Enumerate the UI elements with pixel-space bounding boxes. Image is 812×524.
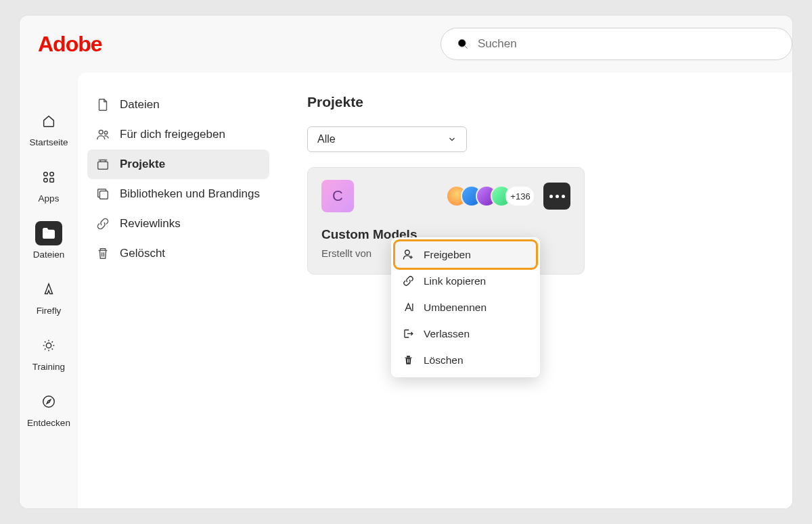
link-icon [402, 275, 415, 287]
rail-item-files[interactable]: Dateien [33, 221, 65, 260]
rail-label: Entdecken [27, 418, 70, 428]
svg-rect-5 [50, 178, 54, 183]
exit-icon [402, 327, 415, 340]
avatar-stack: +136 [446, 185, 535, 207]
menu-label: Verlassen [424, 328, 470, 340]
user-plus-icon [402, 248, 415, 261]
panel-label: Projekte [120, 158, 165, 171]
context-menu: Freigeben Link kopieren Umbenennen Verla… [391, 237, 540, 377]
svg-point-25 [405, 250, 410, 255]
lightbulb-icon [41, 338, 56, 353]
rename-icon [402, 301, 415, 314]
people-icon [95, 127, 110, 142]
rail-label: Dateien [33, 249, 65, 260]
app-frame: Adobe Suchen Startseite Apps Dateien [20, 16, 792, 508]
menu-label: Umbenennen [424, 302, 487, 314]
body: Startseite Apps Dateien Firefly Training… [20, 72, 792, 508]
menu-label: Freigeben [424, 249, 471, 261]
panel-label: Reviewlinks [120, 217, 181, 231]
filter-label: Alle [317, 133, 336, 145]
rail-item-discover[interactable]: Entdecken [27, 389, 70, 428]
menu-item-copy-link[interactable]: Link kopieren [395, 268, 536, 294]
left-rail: Startseite Apps Dateien Firefly Training… [20, 72, 78, 508]
svg-rect-22 [99, 191, 108, 199]
page-title: Projekte [307, 94, 764, 110]
home-icon [41, 114, 56, 128]
libraries-icon [95, 187, 110, 201]
search-container: Suchen [441, 28, 792, 60]
svg-rect-19 [98, 162, 108, 169]
panel-label: Dateien [120, 98, 160, 112]
menu-item-rename[interactable]: Umbenennen [395, 294, 536, 320]
rail-label: Firefly [37, 306, 62, 316]
svg-line-13 [45, 349, 45, 350]
filter-dropdown[interactable]: Alle [307, 126, 467, 152]
rail-label: Training [32, 362, 65, 372]
svg-point-3 [50, 172, 54, 176]
rail-label: Apps [39, 193, 60, 204]
search-placeholder: Suchen [478, 37, 517, 51]
rail-label: Startseite [29, 137, 68, 147]
panel-item-files[interactable]: Dateien [87, 90, 269, 120]
svg-point-18 [104, 131, 107, 134]
card-header: C +136 [321, 180, 570, 212]
avatar-overflow-count: +136 [505, 185, 535, 207]
file-icon [95, 97, 110, 112]
header: Adobe Suchen [20, 16, 792, 72]
svg-line-12 [52, 349, 53, 350]
menu-label: Löschen [424, 354, 464, 366]
panel-item-deleted[interactable]: Gelöscht [87, 239, 269, 268]
search-icon [456, 37, 470, 51]
svg-point-17 [99, 130, 103, 134]
rail-item-firefly[interactable]: Firefly [35, 277, 62, 316]
trash-icon [95, 246, 110, 261]
main-content: Projekte Alle C +136 [279, 72, 792, 508]
trash-icon [402, 354, 415, 366]
menu-label: Link kopieren [424, 275, 486, 287]
rail-item-home[interactable]: Startseite [29, 109, 68, 147]
svg-rect-30 [407, 359, 408, 363]
panel-item-reviewlinks[interactable]: Reviewlinks [87, 209, 269, 239]
side-panel: Dateien Für dich freigegeben Projekte Bi… [78, 72, 279, 508]
svg-rect-31 [409, 359, 409, 363]
apps-icon [41, 170, 56, 185]
chevron-down-icon [447, 135, 457, 144]
rail-item-training[interactable]: Training [32, 333, 65, 372]
svg-line-11 [45, 341, 45, 342]
folder-icon [41, 226, 56, 241]
compass-icon [41, 394, 56, 409]
panel-item-libraries[interactable]: Bibliotheken und Brandings [87, 179, 269, 209]
svg-point-4 [44, 178, 48, 183]
panel-label: Bibliotheken und Brandings [120, 187, 260, 201]
svg-point-6 [46, 343, 51, 348]
projects-icon [95, 157, 110, 172]
firefly-icon [41, 282, 56, 297]
menu-item-delete[interactable]: Löschen [395, 347, 536, 373]
svg-point-2 [44, 172, 48, 176]
search-input[interactable]: Suchen [441, 28, 792, 60]
svg-point-0 [458, 39, 466, 47]
menu-item-leave[interactable]: Verlassen [395, 320, 536, 347]
rail-item-apps[interactable]: Apps [35, 165, 62, 204]
panel-item-projects[interactable]: Projekte [87, 149, 269, 179]
link-icon [95, 216, 110, 231]
panel-label: Gelöscht [120, 247, 165, 260]
svg-marker-16 [47, 400, 51, 404]
more-actions-button[interactable] [543, 183, 570, 210]
adobe-logo[interactable]: Adobe [38, 32, 102, 57]
project-thumbnail: C [321, 180, 354, 212]
panel-item-shared[interactable]: Für dich freigegeben [87, 120, 269, 149]
svg-line-1 [465, 46, 468, 49]
panel-label: Für dich freigegeben [120, 128, 225, 141]
svg-line-14 [52, 341, 53, 342]
svg-point-15 [43, 396, 55, 408]
menu-item-share[interactable]: Freigeben [395, 241, 536, 268]
